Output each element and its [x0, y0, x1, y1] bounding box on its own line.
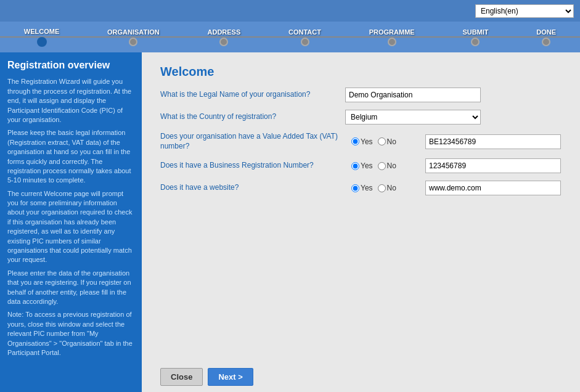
website-question: Does it have a website?: [160, 183, 345, 193]
step-label-organisation: ORGANISATION: [107, 28, 160, 36]
step-label-done: DONE: [536, 28, 556, 36]
step-item-contact[interactable]: CONTACT: [288, 28, 321, 46]
website-input[interactable]: [425, 181, 561, 195]
form-area: Welcome What is the Legal Name of your o…: [142, 52, 580, 392]
sidebar: Registration overview The Registration W…: [0, 52, 142, 392]
step-dot-organisation: [129, 38, 137, 46]
sidebar-paragraph: Note: To access a previous registration …: [7, 310, 134, 357]
step-item-address[interactable]: ADDRESS: [208, 28, 241, 46]
step-dot-submit: [471, 38, 480, 46]
vat-no-label[interactable]: No: [378, 137, 396, 146]
footer-buttons: Close Next >: [160, 362, 562, 386]
close-button[interactable]: Close: [160, 368, 203, 386]
step-dot-done: [542, 38, 550, 46]
top-bar: English(en) French(fr) German(de): [0, 0, 580, 22]
step-item-welcome[interactable]: WELCOME: [24, 28, 59, 47]
legal-name-input[interactable]: [345, 88, 481, 102]
website-radio-group: Yes No: [351, 184, 425, 192]
vat-radio-group: Yes No: [351, 137, 425, 146]
brn-yes-label[interactable]: Yes: [351, 161, 373, 170]
step-label-address: ADDRESS: [208, 28, 241, 36]
country-select[interactable]: Belgium France Germany Netherlands: [345, 110, 481, 125]
sidebar-title: Registration overview: [7, 59, 134, 72]
vat-question: Does your organisation have a Value Adde…: [160, 132, 345, 151]
website-yes-radio[interactable]: [351, 184, 359, 192]
sidebar-paragraph: Please keep the basic legal information …: [7, 128, 134, 185]
country-row: What is the Country of registration? Bel…: [160, 110, 562, 125]
step-label-programme: PROGRAMME: [369, 28, 415, 36]
wizard-steps-bar: WELCOMEORGANISATIONADDRESSCONTACTPROGRAM…: [0, 22, 580, 52]
step-item-done[interactable]: DONE: [536, 28, 556, 46]
steps-container: WELCOMEORGANISATIONADDRESSCONTACTPROGRAM…: [0, 28, 580, 47]
main-content: Registration overview The Registration W…: [0, 52, 580, 392]
form-title: Welcome: [160, 65, 562, 79]
language-select[interactable]: English(en) French(fr) German(de): [475, 4, 574, 18]
legal-name-row: What is the Legal Name of your organisat…: [160, 88, 562, 102]
website-no-label[interactable]: No: [378, 184, 396, 192]
next-button[interactable]: Next >: [208, 368, 253, 386]
step-dot-welcome: [37, 37, 47, 47]
website-yes-label[interactable]: Yes: [351, 184, 373, 192]
sidebar-paragraphs: The Registration Wizard will guide you t…: [7, 77, 134, 357]
form-rows: Welcome What is the Legal Name of your o…: [160, 65, 562, 362]
step-label-welcome: WELCOME: [24, 28, 59, 35]
country-input-wrapper: Belgium France Germany Netherlands: [345, 110, 562, 125]
brn-input[interactable]: [425, 158, 561, 173]
vat-yes-label[interactable]: Yes: [351, 137, 373, 146]
website-radio-value: Yes No: [345, 181, 562, 195]
step-dot-address: [219, 38, 228, 46]
step-item-organisation[interactable]: ORGANISATION: [107, 28, 160, 46]
legal-name-input-wrapper: [345, 88, 562, 102]
legal-name-question: What is the Legal Name of your organisat…: [160, 90, 345, 100]
website-row: Does it have a website? Yes No: [160, 181, 562, 195]
step-item-programme[interactable]: PROGRAMME: [369, 28, 415, 46]
brn-yes-radio[interactable]: [351, 162, 359, 170]
vat-input-wrapper: [425, 134, 562, 149]
sidebar-paragraph: The current Welcome page will prompt you…: [7, 189, 134, 265]
step-label-submit: SUBMIT: [462, 28, 488, 36]
step-item-submit[interactable]: SUBMIT: [462, 28, 488, 46]
vat-no-radio[interactable]: [378, 137, 386, 145]
step-dot-programme: [388, 38, 396, 46]
brn-no-label[interactable]: No: [378, 161, 396, 170]
brn-question: Does it have a Business Registration Num…: [160, 161, 345, 171]
sidebar-paragraph: The Registration Wizard will guide you t…: [7, 77, 134, 125]
website-no-radio[interactable]: [378, 184, 386, 192]
brn-input-wrapper: [425, 158, 562, 173]
vat-input[interactable]: [425, 134, 561, 149]
country-question: What is the Country of registration?: [160, 112, 345, 122]
brn-row: Does it have a Business Registration Num…: [160, 158, 562, 173]
step-dot-contact: [301, 38, 309, 46]
website-input-wrapper: [425, 181, 562, 195]
brn-no-radio[interactable]: [378, 162, 386, 170]
sidebar-paragraph: Please enter the data of the organisatio…: [7, 269, 134, 307]
vat-yes-radio[interactable]: [351, 137, 359, 145]
brn-radio-value: Yes No: [345, 158, 562, 173]
language-selector-wrapper[interactable]: English(en) French(fr) German(de): [475, 4, 574, 18]
vat-row: Does your organisation have a Value Adde…: [160, 132, 562, 151]
vat-radio-value: Yes No: [345, 134, 562, 149]
brn-radio-group: Yes No: [351, 161, 425, 170]
step-label-contact: CONTACT: [288, 28, 321, 36]
